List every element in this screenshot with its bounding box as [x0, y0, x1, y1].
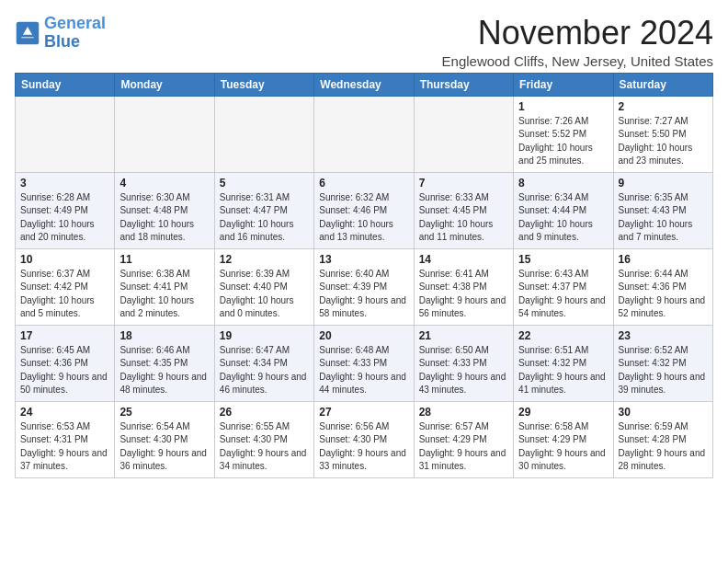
day-detail: Sunrise: 6:41 AM Sunset: 4:38 PM Dayligh… [419, 268, 508, 321]
day-detail: Sunrise: 6:28 AM Sunset: 4:49 PM Dayligh… [20, 191, 109, 245]
calendar-cell: 1Sunrise: 7:26 AM Sunset: 5:52 PM Daylig… [514, 96, 613, 172]
week-row-3: 10Sunrise: 6:37 AM Sunset: 4:42 PM Dayli… [16, 248, 713, 325]
calendar-cell [16, 96, 115, 172]
day-number: 21 [419, 329, 508, 342]
page-header: General Blue November 2024 Englewood Cli… [15, 15, 713, 69]
day-number: 1 [518, 100, 608, 113]
day-detail: Sunrise: 6:59 AM Sunset: 4:28 PM Dayligh… [619, 420, 708, 474]
day-detail: Sunrise: 6:51 AM Sunset: 4:32 PM Dayligh… [518, 344, 608, 397]
calendar-cell: 26Sunrise: 6:55 AM Sunset: 4:30 PM Dayli… [214, 401, 313, 477]
day-detail: Sunrise: 6:37 AM Sunset: 4:42 PM Dayligh… [20, 268, 109, 321]
day-detail: Sunrise: 6:38 AM Sunset: 4:41 PM Dayligh… [119, 268, 209, 321]
calendar-table: SundayMondayTuesdayWednesdayThursdayFrid… [15, 73, 713, 478]
calendar-cell: 8Sunrise: 6:34 AM Sunset: 4:44 PM Daylig… [514, 172, 613, 248]
calendar-cell: 3Sunrise: 6:28 AM Sunset: 4:49 PM Daylig… [16, 172, 115, 248]
day-detail: Sunrise: 6:32 AM Sunset: 4:46 PM Dayligh… [319, 191, 408, 245]
day-number: 19 [220, 329, 309, 342]
calendar-cell: 10Sunrise: 6:37 AM Sunset: 4:42 PM Dayli… [16, 248, 115, 325]
day-detail: Sunrise: 6:56 AM Sunset: 4:30 PM Dayligh… [319, 420, 408, 474]
title-area: November 2024 Englewood Cliffs, New Jers… [442, 15, 713, 69]
day-number: 7 [419, 177, 508, 190]
day-number: 20 [319, 329, 408, 342]
day-number: 14 [419, 253, 508, 266]
day-detail: Sunrise: 6:30 AM Sunset: 4:48 PM Dayligh… [119, 191, 209, 245]
day-detail: Sunrise: 6:57 AM Sunset: 4:29 PM Dayligh… [419, 420, 508, 474]
day-number: 28 [419, 406, 508, 419]
header-sunday: Sunday [16, 73, 115, 96]
calendar-cell: 12Sunrise: 6:39 AM Sunset: 4:40 PM Dayli… [214, 248, 313, 325]
calendar-cell: 25Sunrise: 6:54 AM Sunset: 4:30 PM Dayli… [115, 401, 214, 477]
day-detail: Sunrise: 6:44 AM Sunset: 4:36 PM Dayligh… [619, 268, 708, 321]
day-detail: Sunrise: 6:55 AM Sunset: 4:30 PM Dayligh… [220, 420, 309, 474]
month-title: November 2024 [442, 15, 713, 52]
header-thursday: Thursday [414, 73, 513, 96]
calendar-cell: 22Sunrise: 6:51 AM Sunset: 4:32 PM Dayli… [514, 325, 613, 401]
calendar-cell: 19Sunrise: 6:47 AM Sunset: 4:34 PM Dayli… [214, 325, 313, 401]
location-text: Englewood Cliffs, New Jersey, United Sta… [442, 53, 713, 69]
day-number: 26 [220, 406, 309, 419]
calendar-cell: 14Sunrise: 6:41 AM Sunset: 4:38 PM Dayli… [414, 248, 513, 325]
calendar-cell: 21Sunrise: 6:50 AM Sunset: 4:33 PM Dayli… [414, 325, 513, 401]
calendar-cell: 24Sunrise: 6:53 AM Sunset: 4:31 PM Dayli… [16, 401, 115, 477]
day-number: 9 [619, 177, 708, 190]
day-detail: Sunrise: 6:31 AM Sunset: 4:47 PM Dayligh… [220, 191, 309, 245]
day-detail: Sunrise: 6:43 AM Sunset: 4:37 PM Dayligh… [518, 268, 608, 321]
day-detail: Sunrise: 6:47 AM Sunset: 4:34 PM Dayligh… [220, 344, 309, 397]
header-monday: Monday [115, 73, 214, 96]
calendar-cell: 9Sunrise: 6:35 AM Sunset: 4:43 PM Daylig… [613, 172, 712, 248]
day-number: 23 [619, 329, 708, 342]
day-number: 12 [220, 253, 309, 266]
calendar-cell: 23Sunrise: 6:52 AM Sunset: 4:32 PM Dayli… [613, 325, 712, 401]
calendar-cell: 4Sunrise: 6:30 AM Sunset: 4:48 PM Daylig… [115, 172, 214, 248]
header-saturday: Saturday [613, 73, 712, 96]
day-detail: Sunrise: 6:53 AM Sunset: 4:31 PM Dayligh… [20, 420, 109, 474]
day-number: 29 [518, 406, 608, 419]
day-number: 13 [319, 253, 408, 266]
logo-icon [15, 20, 40, 46]
svg-rect-2 [21, 35, 34, 38]
day-number: 11 [119, 253, 209, 266]
day-number: 5 [220, 177, 309, 190]
day-number: 16 [619, 253, 708, 266]
day-number: 17 [20, 329, 109, 342]
header-wednesday: Wednesday [314, 73, 414, 96]
day-detail: Sunrise: 6:54 AM Sunset: 4:30 PM Dayligh… [119, 420, 209, 474]
calendar-cell: 30Sunrise: 6:59 AM Sunset: 4:28 PM Dayli… [613, 401, 712, 477]
calendar-cell [414, 96, 513, 172]
day-detail: Sunrise: 6:33 AM Sunset: 4:45 PM Dayligh… [419, 191, 508, 245]
day-detail: Sunrise: 6:45 AM Sunset: 4:36 PM Dayligh… [20, 344, 109, 397]
day-number: 22 [518, 329, 608, 342]
calendar-cell: 7Sunrise: 6:33 AM Sunset: 4:45 PM Daylig… [414, 172, 513, 248]
day-detail: Sunrise: 6:34 AM Sunset: 4:44 PM Dayligh… [518, 191, 608, 245]
day-detail: Sunrise: 6:46 AM Sunset: 4:35 PM Dayligh… [119, 344, 209, 397]
header-row: SundayMondayTuesdayWednesdayThursdayFrid… [16, 73, 713, 96]
calendar-cell: 11Sunrise: 6:38 AM Sunset: 4:41 PM Dayli… [115, 248, 214, 325]
calendar-cell: 16Sunrise: 6:44 AM Sunset: 4:36 PM Dayli… [613, 248, 712, 325]
day-number: 8 [518, 177, 608, 190]
logo-line1: General [44, 14, 106, 32]
calendar-cell: 27Sunrise: 6:56 AM Sunset: 4:30 PM Dayli… [314, 401, 414, 477]
day-detail: Sunrise: 6:35 AM Sunset: 4:43 PM Dayligh… [619, 191, 708, 245]
calendar-cell: 6Sunrise: 6:32 AM Sunset: 4:46 PM Daylig… [314, 172, 414, 248]
logo-line2: Blue [44, 32, 80, 51]
calendar-cell: 18Sunrise: 6:46 AM Sunset: 4:35 PM Dayli… [115, 325, 214, 401]
calendar-cell [115, 96, 214, 172]
calendar-cell: 29Sunrise: 6:58 AM Sunset: 4:29 PM Dayli… [514, 401, 613, 477]
day-number: 18 [119, 329, 209, 342]
day-number: 30 [619, 406, 708, 419]
calendar-cell [314, 96, 414, 172]
day-number: 15 [518, 253, 608, 266]
day-detail: Sunrise: 6:48 AM Sunset: 4:33 PM Dayligh… [319, 344, 408, 397]
day-number: 10 [20, 253, 109, 266]
calendar-cell [214, 96, 313, 172]
week-row-2: 3Sunrise: 6:28 AM Sunset: 4:49 PM Daylig… [16, 172, 713, 248]
day-number: 4 [119, 177, 209, 190]
day-number: 25 [119, 406, 209, 419]
week-row-4: 17Sunrise: 6:45 AM Sunset: 4:36 PM Dayli… [16, 325, 713, 401]
week-row-5: 24Sunrise: 6:53 AM Sunset: 4:31 PM Dayli… [16, 401, 713, 477]
logo: General Blue [15, 15, 106, 52]
day-number: 24 [20, 406, 109, 419]
day-number: 2 [619, 100, 708, 113]
calendar-cell: 5Sunrise: 6:31 AM Sunset: 4:47 PM Daylig… [214, 172, 313, 248]
day-detail: Sunrise: 6:39 AM Sunset: 4:40 PM Dayligh… [220, 268, 309, 321]
